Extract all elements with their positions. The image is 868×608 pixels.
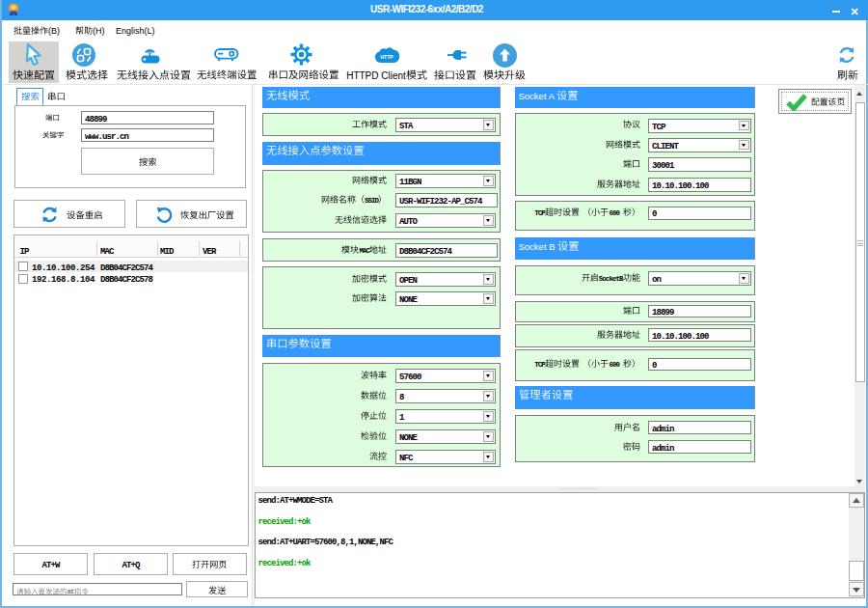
- svg-text:HTTP: HTTP: [380, 54, 393, 60]
